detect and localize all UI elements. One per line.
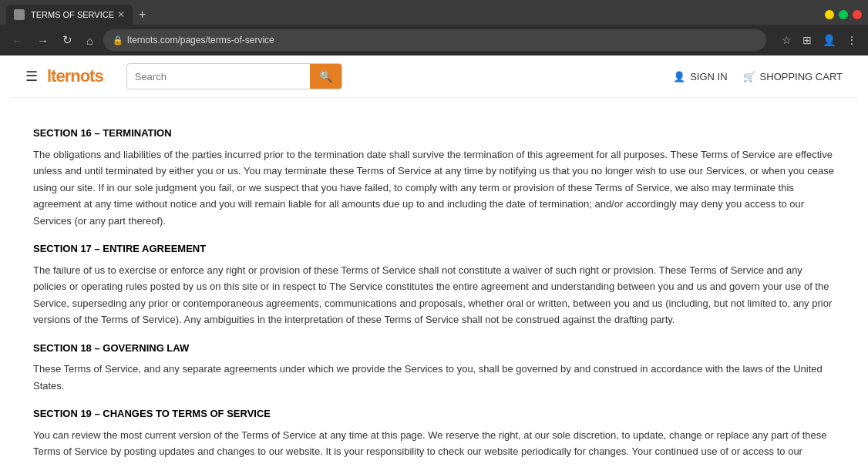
lock-icon: 🔒 xyxy=(113,35,123,45)
logo-area[interactable]: lternots xyxy=(47,66,103,86)
content-area: SECTION 16 – TERMINATIONThe obligations … xyxy=(10,98,858,464)
section-title-s16: SECTION 16 – TERMINATION xyxy=(33,126,835,142)
address-bar[interactable]: 🔒 lternots.com/pages/terms-of-service xyxy=(103,29,766,51)
search-input[interactable] xyxy=(127,66,310,87)
section-title-s19: SECTION 19 – CHANGES TO TERMS OF SERVICE xyxy=(33,406,835,422)
site-logo: lternots xyxy=(47,66,103,86)
section-title-s17: SECTION 17 – ENTIRE AGREEMENT xyxy=(33,241,835,257)
cart-icon: 🛒 xyxy=(743,71,755,82)
close-button[interactable] xyxy=(853,10,862,19)
sign-in-label: SIGN IN xyxy=(690,71,727,82)
sign-in-button[interactable]: 👤 SIGN IN xyxy=(673,71,727,82)
forward-button[interactable]: → xyxy=(33,32,52,49)
section-body-s16: The obligations and liabilities of the p… xyxy=(33,146,835,229)
new-tab-button[interactable]: + xyxy=(136,8,149,22)
tab-title: TERMS OF SERVICE xyxy=(31,10,114,19)
user-icon[interactable]: 👤 xyxy=(819,32,839,48)
search-box[interactable]: 🔍 xyxy=(126,63,342,89)
section-title-s18: SECTION 18 – GOVERNING LAW xyxy=(33,341,835,357)
maximize-button[interactable] xyxy=(839,10,848,19)
section-body-s17: The failure of us to exercise or enforce… xyxy=(33,262,835,328)
user-account-icon: 👤 xyxy=(673,71,685,82)
shopping-cart-button[interactable]: 🛒 SHOPPING CART xyxy=(743,71,843,82)
more-icon[interactable]: ⋮ xyxy=(843,32,860,48)
search-button[interactable]: 🔍 xyxy=(310,64,341,89)
page-content: ☰ lternots 🔍 👤 SIGN IN 🛒 SHOPPING CART xyxy=(0,55,868,464)
site-header: ☰ lternots 🔍 👤 SIGN IN 🛒 SHOPPING CART xyxy=(10,55,858,98)
address-text: lternots.com/pages/terms-of-service xyxy=(127,35,757,45)
cart-label: SHOPPING CART xyxy=(760,71,843,82)
hamburger-menu[interactable]: ☰ xyxy=(25,68,38,85)
section-body-s19: You can review the most current version … xyxy=(33,427,835,464)
tab-close-button[interactable]: ✕ xyxy=(117,10,125,19)
refresh-button[interactable]: ↻ xyxy=(59,32,76,49)
home-button[interactable]: ⌂ xyxy=(82,32,97,49)
minimize-button[interactable] xyxy=(825,10,834,19)
back-button[interactable]: ← xyxy=(8,32,27,49)
section-body-s18: These Terms of Service, and any separate… xyxy=(33,361,835,394)
bookmark-icon[interactable]: ☆ xyxy=(779,32,795,48)
tab-favicon xyxy=(14,9,25,20)
active-tab[interactable]: TERMS OF SERVICE ✕ xyxy=(6,5,133,25)
extension-icon[interactable]: ⊞ xyxy=(799,32,815,48)
